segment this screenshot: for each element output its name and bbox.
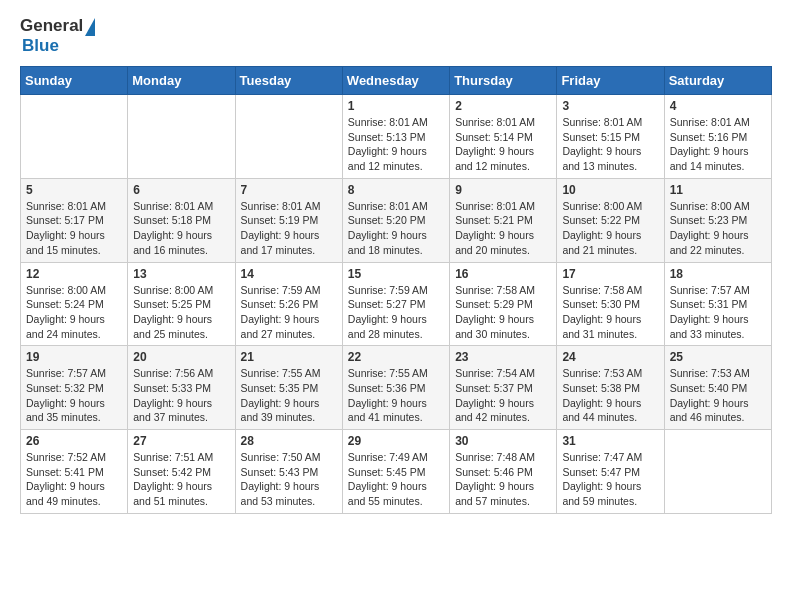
- day-number: 24: [562, 350, 658, 364]
- calendar-day-cell: 7Sunrise: 8:01 AM Sunset: 5:19 PM Daylig…: [235, 178, 342, 262]
- day-number: 13: [133, 267, 229, 281]
- day-info: Sunrise: 7:57 AM Sunset: 5:31 PM Dayligh…: [670, 283, 766, 342]
- day-number: 23: [455, 350, 551, 364]
- day-number: 4: [670, 99, 766, 113]
- day-number: 5: [26, 183, 122, 197]
- calendar-day-cell: 13Sunrise: 8:00 AM Sunset: 5:25 PM Dayli…: [128, 262, 235, 346]
- calendar-week-row: 1Sunrise: 8:01 AM Sunset: 5:13 PM Daylig…: [21, 95, 772, 179]
- day-number: 2: [455, 99, 551, 113]
- day-info: Sunrise: 7:52 AM Sunset: 5:41 PM Dayligh…: [26, 450, 122, 509]
- day-number: 18: [670, 267, 766, 281]
- day-info: Sunrise: 8:01 AM Sunset: 5:21 PM Dayligh…: [455, 199, 551, 258]
- day-info: Sunrise: 7:58 AM Sunset: 5:29 PM Dayligh…: [455, 283, 551, 342]
- day-number: 25: [670, 350, 766, 364]
- calendar-day-cell: 10Sunrise: 8:00 AM Sunset: 5:22 PM Dayli…: [557, 178, 664, 262]
- logo-blue-text: Blue: [22, 36, 59, 56]
- calendar-day-cell: [128, 95, 235, 179]
- calendar-day-cell: [664, 430, 771, 514]
- day-info: Sunrise: 8:01 AM Sunset: 5:15 PM Dayligh…: [562, 115, 658, 174]
- calendar-day-cell: 8Sunrise: 8:01 AM Sunset: 5:20 PM Daylig…: [342, 178, 449, 262]
- calendar-day-cell: 30Sunrise: 7:48 AM Sunset: 5:46 PM Dayli…: [450, 430, 557, 514]
- calendar-day-cell: 14Sunrise: 7:59 AM Sunset: 5:26 PM Dayli…: [235, 262, 342, 346]
- day-number: 3: [562, 99, 658, 113]
- day-info: Sunrise: 8:01 AM Sunset: 5:13 PM Dayligh…: [348, 115, 444, 174]
- day-info: Sunrise: 7:59 AM Sunset: 5:26 PM Dayligh…: [241, 283, 337, 342]
- day-number: 26: [26, 434, 122, 448]
- calendar-table: SundayMondayTuesdayWednesdayThursdayFrid…: [20, 66, 772, 514]
- day-info: Sunrise: 7:48 AM Sunset: 5:46 PM Dayligh…: [455, 450, 551, 509]
- page-header: General Blue: [20, 16, 772, 56]
- day-number: 15: [348, 267, 444, 281]
- day-info: Sunrise: 7:56 AM Sunset: 5:33 PM Dayligh…: [133, 366, 229, 425]
- day-number: 12: [26, 267, 122, 281]
- day-number: 19: [26, 350, 122, 364]
- calendar-day-cell: 21Sunrise: 7:55 AM Sunset: 5:35 PM Dayli…: [235, 346, 342, 430]
- day-number: 21: [241, 350, 337, 364]
- calendar-day-header: Wednesday: [342, 67, 449, 95]
- day-number: 17: [562, 267, 658, 281]
- day-info: Sunrise: 7:49 AM Sunset: 5:45 PM Dayligh…: [348, 450, 444, 509]
- calendar-day-cell: 4Sunrise: 8:01 AM Sunset: 5:16 PM Daylig…: [664, 95, 771, 179]
- day-number: 16: [455, 267, 551, 281]
- calendar-week-row: 19Sunrise: 7:57 AM Sunset: 5:32 PM Dayli…: [21, 346, 772, 430]
- calendar-day-cell: 18Sunrise: 7:57 AM Sunset: 5:31 PM Dayli…: [664, 262, 771, 346]
- calendar-day-header: Tuesday: [235, 67, 342, 95]
- calendar-day-cell: 16Sunrise: 7:58 AM Sunset: 5:29 PM Dayli…: [450, 262, 557, 346]
- day-info: Sunrise: 7:57 AM Sunset: 5:32 PM Dayligh…: [26, 366, 122, 425]
- day-info: Sunrise: 8:01 AM Sunset: 5:17 PM Dayligh…: [26, 199, 122, 258]
- calendar-day-header: Thursday: [450, 67, 557, 95]
- calendar-day-cell: 17Sunrise: 7:58 AM Sunset: 5:30 PM Dayli…: [557, 262, 664, 346]
- day-number: 14: [241, 267, 337, 281]
- calendar-week-row: 26Sunrise: 7:52 AM Sunset: 5:41 PM Dayli…: [21, 430, 772, 514]
- day-info: Sunrise: 7:59 AM Sunset: 5:27 PM Dayligh…: [348, 283, 444, 342]
- calendar-header-row: SundayMondayTuesdayWednesdayThursdayFrid…: [21, 67, 772, 95]
- calendar-day-cell: 1Sunrise: 8:01 AM Sunset: 5:13 PM Daylig…: [342, 95, 449, 179]
- calendar-day-header: Friday: [557, 67, 664, 95]
- day-number: 30: [455, 434, 551, 448]
- day-info: Sunrise: 8:01 AM Sunset: 5:20 PM Dayligh…: [348, 199, 444, 258]
- calendar-day-cell: 29Sunrise: 7:49 AM Sunset: 5:45 PM Dayli…: [342, 430, 449, 514]
- calendar-day-cell: 19Sunrise: 7:57 AM Sunset: 5:32 PM Dayli…: [21, 346, 128, 430]
- day-number: 10: [562, 183, 658, 197]
- day-info: Sunrise: 8:01 AM Sunset: 5:14 PM Dayligh…: [455, 115, 551, 174]
- calendar-day-cell: [235, 95, 342, 179]
- day-info: Sunrise: 8:01 AM Sunset: 5:18 PM Dayligh…: [133, 199, 229, 258]
- calendar-day-cell: 24Sunrise: 7:53 AM Sunset: 5:38 PM Dayli…: [557, 346, 664, 430]
- day-info: Sunrise: 7:50 AM Sunset: 5:43 PM Dayligh…: [241, 450, 337, 509]
- day-number: 9: [455, 183, 551, 197]
- calendar-day-cell: 26Sunrise: 7:52 AM Sunset: 5:41 PM Dayli…: [21, 430, 128, 514]
- day-info: Sunrise: 7:55 AM Sunset: 5:36 PM Dayligh…: [348, 366, 444, 425]
- calendar-day-cell: 23Sunrise: 7:54 AM Sunset: 5:37 PM Dayli…: [450, 346, 557, 430]
- day-info: Sunrise: 7:54 AM Sunset: 5:37 PM Dayligh…: [455, 366, 551, 425]
- calendar-day-cell: 28Sunrise: 7:50 AM Sunset: 5:43 PM Dayli…: [235, 430, 342, 514]
- calendar-day-cell: 3Sunrise: 8:01 AM Sunset: 5:15 PM Daylig…: [557, 95, 664, 179]
- day-number: 6: [133, 183, 229, 197]
- calendar-day-cell: 27Sunrise: 7:51 AM Sunset: 5:42 PM Dayli…: [128, 430, 235, 514]
- calendar-day-cell: 22Sunrise: 7:55 AM Sunset: 5:36 PM Dayli…: [342, 346, 449, 430]
- day-number: 11: [670, 183, 766, 197]
- day-info: Sunrise: 8:00 AM Sunset: 5:24 PM Dayligh…: [26, 283, 122, 342]
- calendar-day-cell: 11Sunrise: 8:00 AM Sunset: 5:23 PM Dayli…: [664, 178, 771, 262]
- logo-triangle-icon: [85, 18, 95, 36]
- day-info: Sunrise: 7:58 AM Sunset: 5:30 PM Dayligh…: [562, 283, 658, 342]
- calendar-day-cell: 9Sunrise: 8:01 AM Sunset: 5:21 PM Daylig…: [450, 178, 557, 262]
- day-info: Sunrise: 8:00 AM Sunset: 5:23 PM Dayligh…: [670, 199, 766, 258]
- day-info: Sunrise: 7:47 AM Sunset: 5:47 PM Dayligh…: [562, 450, 658, 509]
- calendar-day-cell: 20Sunrise: 7:56 AM Sunset: 5:33 PM Dayli…: [128, 346, 235, 430]
- day-number: 22: [348, 350, 444, 364]
- calendar-day-cell: [21, 95, 128, 179]
- logo-general-text: General: [20, 16, 83, 36]
- day-info: Sunrise: 8:00 AM Sunset: 5:22 PM Dayligh…: [562, 199, 658, 258]
- day-info: Sunrise: 7:53 AM Sunset: 5:38 PM Dayligh…: [562, 366, 658, 425]
- calendar-day-header: Monday: [128, 67, 235, 95]
- day-number: 28: [241, 434, 337, 448]
- calendar-day-header: Sunday: [21, 67, 128, 95]
- calendar-week-row: 12Sunrise: 8:00 AM Sunset: 5:24 PM Dayli…: [21, 262, 772, 346]
- calendar-day-cell: 5Sunrise: 8:01 AM Sunset: 5:17 PM Daylig…: [21, 178, 128, 262]
- day-number: 8: [348, 183, 444, 197]
- day-info: Sunrise: 8:00 AM Sunset: 5:25 PM Dayligh…: [133, 283, 229, 342]
- day-info: Sunrise: 7:53 AM Sunset: 5:40 PM Dayligh…: [670, 366, 766, 425]
- day-number: 29: [348, 434, 444, 448]
- day-number: 1: [348, 99, 444, 113]
- calendar-week-row: 5Sunrise: 8:01 AM Sunset: 5:17 PM Daylig…: [21, 178, 772, 262]
